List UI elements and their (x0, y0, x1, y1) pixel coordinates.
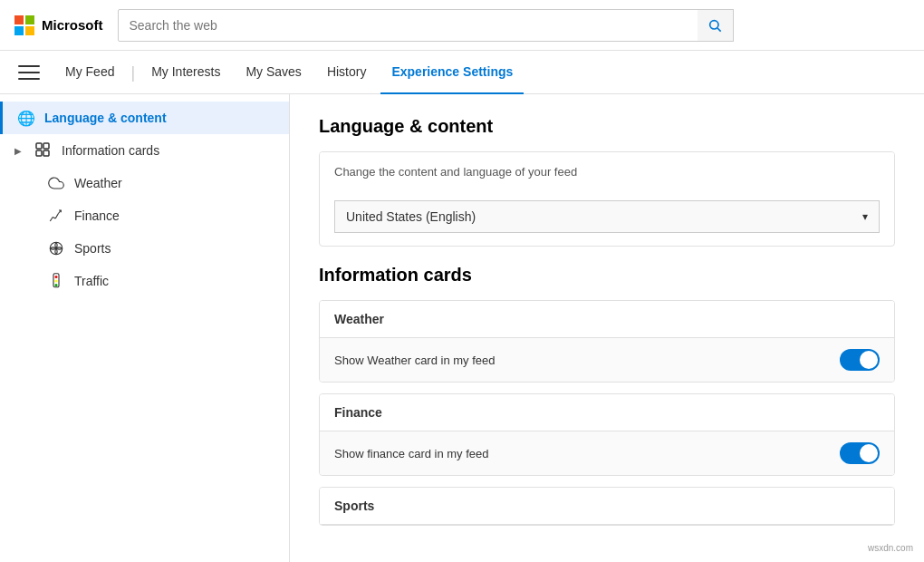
language-dropdown-value: United States (English) (346, 209, 476, 224)
sidebar: 🌐 Language & content ▶ Information cards (0, 94, 290, 562)
language-card: Change the content and language of your … (319, 151, 895, 247)
svg-point-14 (55, 284, 58, 286)
sidebar-item-weather[interactable]: Weather (0, 167, 289, 199)
sidebar-item-language-content[interactable]: 🌐 Language & content (0, 102, 289, 134)
sidebar-label-weather: Weather (74, 176, 122, 190)
search-input[interactable] (118, 9, 734, 42)
info-card-weather-label: Show Weather card in my feed (334, 354, 496, 367)
svg-rect-2 (36, 143, 42, 149)
sidebar-item-traffic[interactable]: Traffic (0, 265, 289, 297)
header: Microsoft (0, 0, 924, 51)
nav-bar: My Feed | My Interests My Saves History … (0, 51, 924, 94)
logo[interactable]: Microsoft (14, 15, 103, 35)
nav-item-experience-settings[interactable]: Experience Settings (380, 51, 524, 94)
svg-line-8 (55, 214, 58, 218)
hamburger-line-1 (18, 65, 40, 67)
nav-item-my-feed[interactable]: My Feed (54, 51, 125, 94)
info-card-finance: Finance Show finance card in my feed (319, 393, 895, 476)
sidebar-item-information-cards[interactable]: ▶ Information cards (0, 134, 289, 167)
sidebar-item-sports[interactable]: Sports (0, 232, 289, 265)
svg-rect-3 (43, 143, 49, 149)
info-card-sports-header: Sports (320, 488, 894, 525)
info-cards-title: Information cards (319, 265, 895, 286)
search-icon (707, 18, 722, 33)
chevron-down-icon: ▾ (862, 210, 868, 223)
globe-icon: 🌐 (17, 109, 35, 127)
nav-item-history[interactable]: History (316, 51, 378, 94)
hamburger-line-3 (18, 78, 40, 80)
grid-icon (34, 141, 53, 160)
info-card-weather-header: Weather (320, 301, 894, 338)
weather-toggle-knob (860, 351, 878, 369)
footer-badge: wsxdn.com (864, 541, 917, 555)
chevron-right-icon: ▶ (14, 146, 22, 156)
finance-toggle-knob (860, 444, 878, 462)
weather-toggle[interactable] (840, 349, 880, 371)
logo-blue (14, 26, 24, 35)
traffic-icon (47, 272, 65, 290)
svg-point-12 (55, 276, 58, 278)
nav-item-my-interests[interactable]: My Interests (140, 51, 231, 94)
sports-icon (47, 239, 65, 257)
logo-yellow (25, 26, 34, 35)
nav-divider-1: | (129, 51, 137, 94)
logo-text: Microsoft (42, 17, 103, 33)
info-card-finance-row: Show finance card in my feed (320, 431, 894, 475)
search-bar (118, 9, 734, 42)
info-card-sports: Sports (319, 487, 895, 526)
info-card-finance-label: Show finance card in my feed (334, 447, 489, 460)
sidebar-label-language-content: Language & content (44, 111, 167, 125)
finance-toggle[interactable] (840, 442, 880, 464)
svg-point-13 (55, 280, 58, 283)
svg-rect-4 (36, 150, 42, 156)
logo-green (25, 15, 34, 24)
logo-red (14, 15, 24, 24)
language-dropdown[interactable]: United States (English) ▾ (334, 200, 880, 233)
sidebar-label-information-cards: Information cards (62, 143, 159, 158)
svg-line-6 (50, 218, 53, 222)
main-content: Language & content Change the content an… (290, 94, 924, 562)
language-section-title: Language & content (319, 116, 895, 137)
svg-line-1 (717, 28, 721, 32)
hamburger-menu[interactable] (14, 58, 43, 87)
layout: 🌐 Language & content ▶ Information cards (0, 94, 924, 562)
weather-icon (47, 174, 65, 192)
language-description: Change the content and language of your … (320, 152, 894, 191)
microsoft-logo-grid (14, 15, 34, 35)
sidebar-label-sports: Sports (74, 241, 111, 256)
info-card-weather: Weather Show Weather card in my feed (319, 300, 895, 383)
language-dropdown-row: United States (English) ▾ (320, 191, 894, 246)
svg-point-0 (710, 20, 718, 28)
sidebar-label-traffic: Traffic (74, 274, 109, 288)
sidebar-label-finance: Finance (74, 208, 120, 223)
language-section: Language & content Change the content an… (319, 116, 895, 247)
svg-rect-5 (43, 150, 49, 156)
finance-icon (47, 207, 65, 225)
info-cards-section: Information cards Weather Show Weather c… (319, 265, 895, 526)
search-button[interactable] (698, 9, 734, 42)
hamburger-line-2 (18, 72, 40, 73)
nav-item-my-saves[interactable]: My Saves (235, 51, 312, 94)
info-card-finance-header: Finance (320, 394, 894, 431)
sidebar-item-finance[interactable]: Finance (0, 199, 289, 232)
info-card-weather-row: Show Weather card in my feed (320, 338, 894, 382)
svg-line-7 (53, 218, 55, 219)
